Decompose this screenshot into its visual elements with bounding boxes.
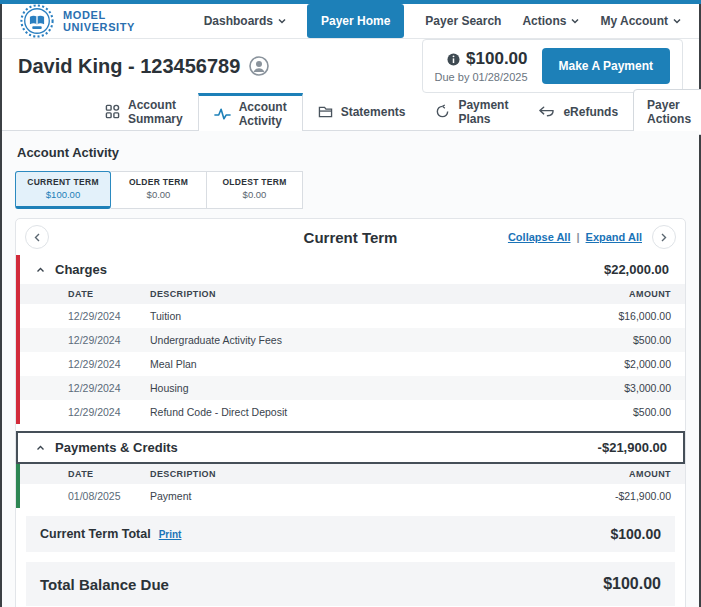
tab-payment-plans[interactable]: Payment Plans <box>420 93 523 130</box>
payer-actions-button[interactable]: Payer Actions <box>633 89 701 135</box>
tab-statements[interactable]: Statements <box>303 93 421 130</box>
expand-all-link[interactable]: Expand All <box>586 231 642 243</box>
current-term-total-row: Current Term Total Print $100.00 <box>26 516 675 552</box>
link-separator: | <box>576 231 579 243</box>
charges-section: Charges $22,000.00 DATE DESCRIPTION AMOU… <box>16 255 685 424</box>
payments-table-header: DATE DESCRIPTION AMOUNT <box>20 464 685 484</box>
payments-section-header[interactable]: Payments & Credits -$21,900.00 <box>16 431 685 464</box>
column-header-date: DATE <box>68 469 150 479</box>
table-row: 12/29/2024 Tuition $16,000.00 <box>20 304 685 328</box>
term-card-header: Current Term Collapse All | Expand All <box>16 219 685 255</box>
current-term-card: Current Term Collapse All | Expand All C… <box>15 218 686 607</box>
total-balance-due-amount: $100.00 <box>603 575 661 593</box>
total-balance-due-label: Total Balance Due <box>40 576 169 593</box>
payments-table-body: 01/08/2025 Payment -$21,900.00 <box>20 484 685 508</box>
next-term-button[interactable] <box>652 225 676 249</box>
payments-total: -$21,900.00 <box>598 440 667 455</box>
page-title: Account Activity <box>17 145 686 160</box>
term-tab-older[interactable]: OLDER TERM $0.00 <box>111 171 207 209</box>
tab-bar: Account Summary Account Activity Stateme… <box>2 93 699 131</box>
university-logo-icon <box>20 4 54 38</box>
primary-nav: Dashboards Payer Home Payer Search Actio… <box>204 4 681 38</box>
tab-account-activity[interactable]: Account Activity <box>198 93 303 131</box>
app-frame: MODEL UNIVERSITY Dashboards Payer Home P… <box>0 4 701 607</box>
nav-item-actions[interactable]: Actions <box>522 14 579 28</box>
chevron-down-icon <box>673 18 681 24</box>
current-term-total-amount: $100.00 <box>610 526 661 542</box>
account-name: David King - 123456789 <box>18 55 269 78</box>
balance-card: $100.00 Due by 01/28/2025 Make A Payment <box>422 39 683 93</box>
main-content: Account Activity CURRENT TERM $100.00 OL… <box>2 131 699 607</box>
charges-section-header[interactable]: Charges $22,000.00 <box>20 255 685 284</box>
due-date-text: Due by 01/28/2025 <box>435 71 528 83</box>
chevron-up-icon <box>36 445 45 451</box>
column-header-amount: AMOUNT <box>581 469 671 479</box>
print-link[interactable]: Print <box>159 529 182 540</box>
navbar: MODEL UNIVERSITY Dashboards Payer Home P… <box>2 4 699 39</box>
charges-total: $22,000.00 <box>604 262 669 277</box>
tab-account-summary[interactable]: Account Summary <box>90 93 198 130</box>
collapse-all-link[interactable]: Collapse All <box>508 231 571 243</box>
return-arrow-icon <box>538 106 555 118</box>
nav-item-payer-home[interactable]: Payer Home <box>307 4 404 38</box>
brand-name: MODEL UNIVERSITY <box>63 9 135 33</box>
term-tab-oldest[interactable]: OLDEST TERM $0.00 <box>207 171 303 209</box>
column-header-date: DATE <box>68 289 150 299</box>
chevron-up-icon <box>36 267 45 273</box>
column-header-amount: AMOUNT <box>581 289 671 299</box>
nav-item-dashboards[interactable]: Dashboards <box>204 14 286 28</box>
activity-pulse-icon <box>214 107 231 121</box>
charges-table-body: 12/29/2024 Tuition $16,000.00 12/29/2024… <box>20 304 685 424</box>
column-header-description: DESCRIPTION <box>150 289 581 299</box>
charges-title: Charges <box>55 262 107 277</box>
total-balance-due-row: Total Balance Due $100.00 <box>26 562 675 606</box>
nav-item-my-account[interactable]: My Account <box>600 14 681 28</box>
table-row: 12/29/2024 Housing $3,000.00 <box>20 376 685 400</box>
refresh-icon <box>435 104 450 119</box>
chevron-down-icon <box>278 18 286 24</box>
balance-amount: $100.00 <box>466 49 527 69</box>
table-row: 12/29/2024 Undergraduate Activity Fees $… <box>20 328 685 352</box>
make-payment-button[interactable]: Make A Payment <box>542 48 670 84</box>
current-term-total-label: Current Term Total <box>40 527 151 541</box>
person-icon[interactable] <box>249 56 269 76</box>
payments-title: Payments & Credits <box>55 440 178 455</box>
term-tab-current[interactable]: CURRENT TERM $100.00 <box>15 171 111 209</box>
charges-table-header: DATE DESCRIPTION AMOUNT <box>20 284 685 304</box>
info-icon[interactable] <box>447 53 460 66</box>
brand[interactable]: MODEL UNIVERSITY <box>20 4 135 38</box>
term-tabs: CURRENT TERM $100.00 OLDER TERM $0.00 OL… <box>15 171 686 209</box>
grid-icon <box>105 104 120 119</box>
column-header-description: DESCRIPTION <box>150 469 581 479</box>
account-header: David King - 123456789 <box>2 39 699 93</box>
collapse-expand-links: Collapse All | Expand All <box>508 231 642 243</box>
folder-icon <box>318 105 333 119</box>
table-row: 12/29/2024 Meal Plan $2,000.00 <box>20 352 685 376</box>
table-row: 01/08/2025 Payment -$21,900.00 <box>20 484 685 508</box>
nav-item-payer-search[interactable]: Payer Search <box>425 14 501 28</box>
tab-erefunds[interactable]: eRefunds <box>523 93 633 130</box>
chevron-down-icon <box>571 18 579 24</box>
payments-section: Payments & Credits -$21,900.00 DATE DESC… <box>16 431 685 508</box>
previous-term-button[interactable] <box>25 225 49 249</box>
table-row: 12/29/2024 Refund Code - Direct Deposit … <box>20 400 685 424</box>
